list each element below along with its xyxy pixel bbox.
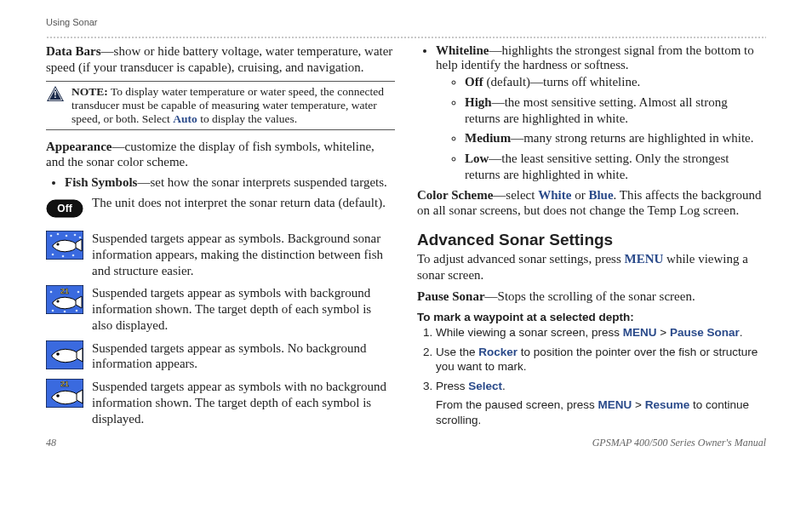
- svg-point-14: [72, 254, 75, 257]
- svg-point-11: [79, 237, 82, 239]
- manual-title: GPSMAP 400/500 Series Owner's Manual: [592, 437, 766, 449]
- fish-option-off: Off The unit does not interpret the sona…: [46, 195, 395, 224]
- svg-point-35: [56, 394, 60, 397]
- pause-sonar-paragraph: Pause Sonar—Stops the scrolling of the s…: [417, 289, 766, 305]
- pause-sonar-label: Pause Sonar: [417, 289, 485, 303]
- fish-option-plain-depth: 21 Suspended targets appear as symbols w…: [46, 379, 395, 426]
- fish-option-plain: Suspended targets appear as symbols. No …: [46, 340, 395, 373]
- svg-point-20: [77, 291, 80, 294]
- left-column: Data Bars—show or hide battery voltage, …: [46, 43, 395, 433]
- svg-text:!: !: [54, 90, 56, 100]
- svg-point-21: [52, 310, 54, 312]
- fish-option-text: Suspended targets appear as symbols with…: [92, 379, 395, 426]
- page-footer: 48 GPSMAP 400/500 Series Owner's Manual: [46, 437, 766, 449]
- svg-point-19: [50, 291, 53, 294]
- whiteline-label: Whiteline: [436, 43, 489, 57]
- svg-point-16: [56, 243, 59, 245]
- whiteline-sublist: Off (default)—turns off whiteline. High—…: [436, 74, 766, 183]
- svg-point-12: [52, 254, 54, 256]
- appearance-paragraph: Appearance—customize the display of fish…: [46, 139, 395, 171]
- svg-text:Off: Off: [57, 203, 72, 214]
- svg-point-7: [50, 235, 53, 237]
- note-text: NOTE: To display water temperature or wa…: [71, 85, 395, 126]
- step-1: While viewing a sonar screen, press MENU…: [436, 325, 766, 340]
- svg-text:21: 21: [60, 287, 69, 295]
- fish-symbols-bullet: Fish Symbols—set how the sonar interpret…: [46, 175, 395, 190]
- note-box: ! NOTE: To display water temperature or …: [46, 81, 395, 130]
- svg-text:21: 21: [60, 380, 69, 388]
- data-bars-label: Data Bars: [46, 44, 101, 58]
- color-scheme-label: Color Scheme: [417, 188, 493, 202]
- data-bars-paragraph: Data Bars—show or hide battery voltage, …: [46, 43, 395, 76]
- whiteline-bullet: Whiteline—highlights the strongest signa…: [417, 43, 766, 183]
- fish-bubbles-icon: [46, 231, 83, 260]
- fish-option-text: Suspended targets appear as symbols. Bac…: [92, 231, 395, 278]
- page-number: 48: [46, 437, 56, 449]
- right-column: Whiteline—highlights the strongest signa…: [417, 43, 766, 433]
- step-sub: From the paused screen, press MENU > Res…: [436, 397, 766, 427]
- steps-heading: To mark a waypoint at a selected depth:: [417, 311, 766, 323]
- fish-plain-icon: [46, 340, 83, 369]
- svg-point-9: [66, 235, 68, 237]
- fish-option-bg-depth: 21 Suspended targets appear as symbols w…: [46, 285, 395, 333]
- svg-point-22: [64, 311, 66, 313]
- step-3: Press Select.: [436, 379, 766, 394]
- svg-point-10: [74, 234, 77, 237]
- off-pill-icon: Off: [46, 195, 83, 224]
- header-rule: [46, 37, 766, 38]
- svg-point-26: [56, 300, 59, 303]
- fish-symbols-text: —set how the sonar interprets suspended …: [137, 175, 386, 189]
- svg-point-13: [62, 255, 65, 258]
- color-scheme-paragraph: Color Scheme—select White or Blue. This …: [417, 187, 766, 220]
- running-header: Using Sonar: [46, 17, 766, 30]
- fish-plain-depth-icon: 21: [46, 379, 83, 408]
- svg-point-23: [76, 310, 78, 312]
- warning-icon: !: [46, 85, 65, 102]
- step-2: Use the Rocker to position the pointer o…: [436, 345, 766, 374]
- svg-point-8: [57, 233, 60, 236]
- fish-bubbles-depth-icon: 21: [46, 285, 83, 314]
- fish-option-text: Suspended targets appear as symbols with…: [92, 285, 395, 333]
- fish-symbols-label: Fish Symbols: [65, 175, 137, 189]
- fish-option-text: The unit does not interpret the sonar re…: [92, 195, 395, 211]
- advanced-heading: Advanced Sonar Settings: [417, 231, 766, 249]
- fish-option-bg: Suspended targets appear as symbols. Bac…: [46, 231, 395, 278]
- advanced-intro: To adjust advanced sonar settings, press…: [417, 251, 766, 283]
- steps-list: While viewing a sonar screen, press MENU…: [417, 325, 766, 393]
- appearance-label: Appearance: [46, 140, 112, 153]
- svg-point-30: [56, 352, 60, 356]
- fish-option-text: Suspended targets appear as symbols. No …: [92, 340, 395, 373]
